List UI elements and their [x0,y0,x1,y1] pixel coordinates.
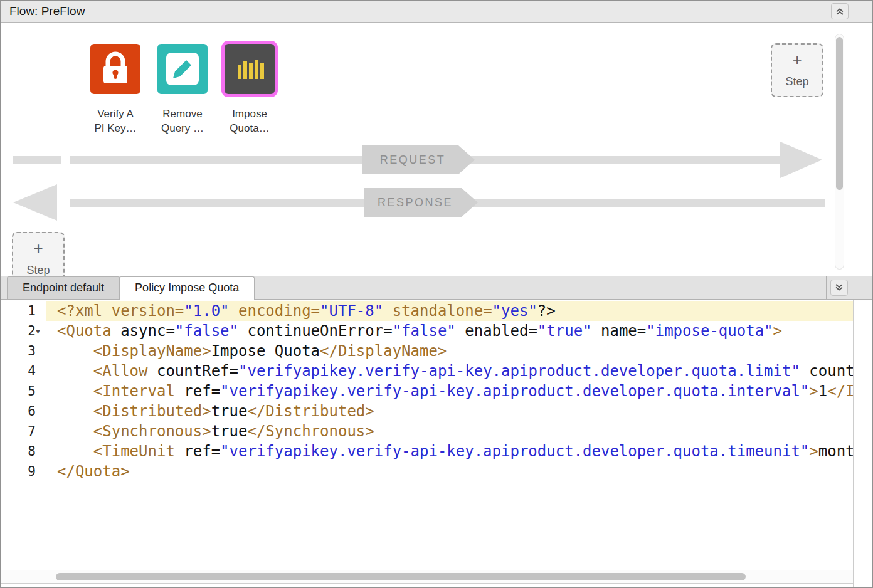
collapse-editor-panel-button[interactable] [830,280,848,296]
tabbar-right-rail [826,276,872,299]
double-chevron-down-icon [833,283,845,293]
add-step-button-response[interactable]: + Step [12,232,65,276]
code-line-9[interactable]: 9</Quota> [1,461,853,481]
editor-scrollbar-rail [853,300,872,588]
editor-tab-bar: Endpoint defaultPolicy Impose Quota [1,276,872,300]
editor-scrollbar-thumb[interactable] [56,573,746,580]
editor-horizontal-scrollbar[interactable] [1,570,853,584]
bars-icon[interactable] [225,44,275,94]
code-lines[interactable]: 1<?xml version="1.0" encoding="UTF-8" st… [1,300,853,570]
policy-impose-quota[interactable]: ImposeQuota… [225,44,275,135]
request-arrowhead-icon [780,142,822,178]
request-flow-label[interactable]: REQUEST [362,145,475,174]
code-text[interactable]: <Interval ref="verifyapikey.verify-api-k… [46,381,853,401]
code-text[interactable]: <TimeUnit ref="verifyapikey.verify-api-k… [46,441,853,461]
flow-title: Flow: PreFlow [9,1,85,22]
tabs-container: Endpoint defaultPolicy Impose Quota [1,276,254,299]
flow-header: Flow: PreFlow [1,1,872,23]
code-text[interactable]: </Quota> [46,461,853,481]
code-text[interactable]: <Synchronous>true</Synchronous> [46,421,853,441]
editor-panel: Endpoint defaultPolicy Impose Quota 1<?x… [1,276,872,588]
code-text[interactable]: <Quota async="false" continueOnError="fa… [46,321,853,341]
line-number: 9 [1,461,46,481]
flow-panel: Flow: PreFlow Verify API Key…RemoveQuery… [1,1,872,276]
policy-verify-api-key[interactable]: Verify API Key… [90,44,140,135]
code-line-8[interactable]: 8 <TimeUnit ref="verifyapikey.verify-api… [1,441,853,461]
api-proxy-develop-view: Flow: PreFlow Verify API Key…RemoveQuery… [0,0,873,588]
code-text[interactable]: <?xml version="1.0" encoding="UTF-8" sta… [46,301,853,321]
add-step-label: Step [785,75,808,88]
pencil-icon[interactable] [157,44,208,94]
request-flow-line-stub [13,156,61,164]
line-number: 1 [1,301,46,321]
collapse-flow-panel-button[interactable] [831,3,849,19]
plus-icon: + [792,52,802,67]
response-arrowhead-icon [13,184,57,221]
line-number: 4 [1,361,46,381]
code-line-6[interactable]: 6 <Distributed>true</Distributed> [1,401,853,421]
line-number: 8 [1,441,46,461]
code-line-1[interactable]: 1<?xml version="1.0" encoding="UTF-8" st… [1,301,853,321]
line-number: 7 [1,421,46,441]
code-line-4[interactable]: 4 <Allow countRef="verifyapikey.verify-a… [1,361,853,381]
policy-row: Verify API Key…RemoveQuery …ImposeQuota… [90,44,275,135]
response-flow-label[interactable]: RESPONSE [364,188,478,217]
code-editor[interactable]: 1<?xml version="1.0" encoding="UTF-8" st… [1,300,872,588]
tab-endpoint-default[interactable]: Endpoint default [7,276,120,299]
line-number: 5 [1,381,46,401]
policy-remove-query-param[interactable]: RemoveQuery … [157,44,208,135]
code-text[interactable]: <Distributed>true</Distributed> [46,401,853,421]
flow-vertical-scrollbar[interactable] [835,34,844,270]
code-line-7[interactable]: 7 <Synchronous>true</Synchronous> [1,421,853,441]
add-step-button-request[interactable]: + Step [771,43,823,97]
code-line-2[interactable]: 2▾<Quota async="false" continueOnError="… [1,321,853,341]
flow-canvas[interactable]: Verify API Key…RemoveQuery …ImposeQuota…… [1,23,872,276]
plus-icon: + [33,241,43,256]
policy-label: ImposeQuota… [211,107,288,135]
tab-policy-impose-quota[interactable]: Policy Impose Quota [119,276,255,299]
code-line-3[interactable]: 3 <DisplayName>Impose Quota</DisplayName… [1,341,853,361]
policy-label: RemoveQuery … [144,107,221,135]
add-step-label: Step [26,264,50,276]
line-number: 3 [1,341,46,361]
code-line-5[interactable]: 5 <Interval ref="verifyapikey.verify-api… [1,381,853,401]
code-text[interactable]: <DisplayName>Impose Quota</DisplayName> [46,341,853,361]
lock-icon[interactable] [90,44,140,94]
code-text[interactable]: <Allow countRef="verifyapikey.verify-api… [46,361,853,381]
double-chevron-up-icon [834,6,845,16]
policy-label: Verify API Key… [77,107,154,135]
line-number: 6 [1,401,46,421]
flow-scrollbar-thumb[interactable] [836,37,843,190]
fold-marker-icon[interactable]: ▾ [36,321,40,341]
